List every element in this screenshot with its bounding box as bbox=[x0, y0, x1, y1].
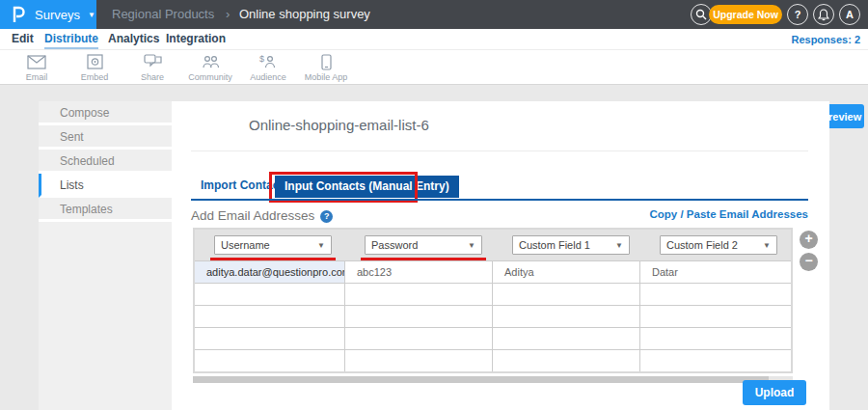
caret-down-icon: ▼ bbox=[615, 237, 623, 255]
password-cell[interactable] bbox=[345, 305, 493, 327]
survey-nav: Edit Distribute Analytics Integration Re… bbox=[0, 29, 868, 50]
password-cell[interactable] bbox=[345, 283, 493, 305]
password-cell[interactable] bbox=[345, 327, 493, 349]
nav-analytics[interactable]: Analytics bbox=[108, 29, 159, 49]
sidebar-item-sent[interactable]: Sent bbox=[39, 125, 172, 150]
copy-paste-email-link[interactable]: Copy / Paste Email Addresses bbox=[650, 208, 808, 220]
help-badge-icon[interactable]: ? bbox=[320, 210, 333, 223]
table-row: aditya.datar@questionpro.com abc123 Adit… bbox=[195, 260, 791, 283]
scrollbar-thumb[interactable] bbox=[193, 376, 769, 383]
caret-down-icon: ▼ bbox=[468, 237, 475, 255]
distribute-toolbar: Email Embed Share Community $ Audience bbox=[0, 50, 868, 85]
toolbar-community[interactable]: Community bbox=[181, 53, 239, 82]
email-cell[interactable]: aditya.datar@questionpro.com bbox=[195, 260, 345, 283]
toolbar-mobile-app[interactable]: Mobile App bbox=[297, 53, 355, 82]
title-divider bbox=[191, 150, 808, 151]
password-select-value: Password bbox=[371, 239, 418, 251]
email-table-header: Username▼ Password▼ Custom Field 1▼ Cust… bbox=[195, 230, 791, 260]
toolbar-share[interactable]: Share bbox=[123, 53, 181, 82]
email-entry-table: Username▼ Password▼ Custom Field 1▼ Cust… bbox=[193, 228, 793, 373]
email-cell[interactable] bbox=[195, 349, 345, 371]
upload-button[interactable]: Upload bbox=[743, 380, 806, 405]
breadcrumb-parent[interactable]: Regional Products bbox=[112, 0, 214, 29]
caret-down-icon: ▼ bbox=[317, 237, 325, 255]
product-name: Surveys bbox=[35, 8, 80, 22]
toolbar-email-label: Email bbox=[26, 72, 48, 82]
upgrade-now-button[interactable]: Upgrade Now bbox=[709, 5, 782, 24]
table-row bbox=[195, 283, 791, 305]
toolbar-share-label: Share bbox=[141, 72, 164, 82]
email-sidebar: Compose Sent Scheduled Lists Templates bbox=[39, 101, 172, 410]
custom-field-2-value: Custom Field 2 bbox=[666, 239, 738, 251]
email-cell[interactable] bbox=[195, 283, 345, 305]
responses-count[interactable]: Responses: 2 bbox=[791, 29, 860, 50]
toolbar-embed-label: Embed bbox=[81, 72, 109, 82]
community-icon bbox=[202, 53, 220, 70]
custom-field-1-value: Custom Field 1 bbox=[519, 239, 590, 251]
notifications-bell-icon[interactable] bbox=[813, 4, 834, 25]
email-list-title: Online-shopping-email-list-6 bbox=[249, 117, 429, 133]
custom1-cell[interactable] bbox=[493, 327, 640, 349]
list-detail-main: Online-shopping-email-list-6 Import Cont… bbox=[172, 101, 829, 410]
remove-row-button[interactable]: − bbox=[800, 253, 818, 271]
sidebar-item-scheduled[interactable]: Scheduled bbox=[39, 150, 172, 174]
account-avatar[interactable]: A bbox=[839, 4, 860, 25]
breadcrumb-current: Online shopping survey bbox=[239, 0, 370, 29]
add-email-addresses-row: Add Email Addresses ? Copy / Paste Email… bbox=[191, 208, 808, 226]
table-row bbox=[195, 327, 791, 349]
custom1-cell[interactable]: Aditya bbox=[493, 260, 640, 283]
questionpro-app: Surveys ▼ Regional Products › Online sho… bbox=[0, 0, 868, 410]
custom-field-2-select[interactable]: Custom Field 2▼ bbox=[660, 235, 777, 255]
sidebar-item-compose[interactable]: Compose bbox=[39, 101, 172, 125]
toolbar-mobile-app-label: Mobile App bbox=[305, 72, 348, 82]
toolbar-email[interactable]: Email bbox=[8, 53, 66, 82]
audience-icon: $ bbox=[258, 53, 278, 70]
email-cell[interactable] bbox=[195, 327, 345, 349]
header-col-username: Username▼ bbox=[195, 230, 345, 260]
share-icon bbox=[144, 53, 162, 70]
custom2-cell[interactable] bbox=[640, 283, 791, 305]
nav-distribute[interactable]: Distribute bbox=[44, 29, 98, 49]
custom2-cell[interactable]: Datar bbox=[640, 260, 791, 283]
toolbar-community-label: Community bbox=[188, 72, 232, 82]
caret-down-icon: ▼ bbox=[763, 237, 771, 255]
custom-field-1-select[interactable]: Custom Field 1▼ bbox=[512, 235, 630, 255]
header-col-custom-field-2: Custom Field 2▼ bbox=[640, 230, 791, 260]
custom1-cell[interactable] bbox=[493, 305, 640, 327]
toolbar-embed[interactable]: Embed bbox=[66, 53, 123, 82]
questionpro-logo-icon bbox=[12, 6, 26, 23]
top-bar: Surveys ▼ Regional Products › Online sho… bbox=[0, 0, 868, 29]
breadcrumb-separator: › bbox=[226, 0, 230, 29]
nav-edit[interactable]: Edit bbox=[12, 29, 34, 49]
header-col-custom-field-1: Custom Field 1▼ bbox=[493, 230, 640, 260]
sidebar-item-lists[interactable]: Lists bbox=[39, 174, 172, 198]
custom2-cell[interactable] bbox=[640, 327, 791, 349]
username-column-select[interactable]: Username▼ bbox=[214, 235, 332, 255]
lists-panel: Compose Sent Scheduled Lists Templates O… bbox=[39, 101, 829, 410]
surveys-menu[interactable]: Surveys ▼ bbox=[0, 0, 96, 29]
custom2-cell[interactable] bbox=[640, 305, 791, 327]
embed-icon bbox=[87, 53, 103, 70]
section-title: Add Email Addresses bbox=[191, 208, 314, 223]
table-row bbox=[195, 305, 791, 327]
password-cell[interactable]: abc123 bbox=[345, 260, 493, 283]
add-row-button[interactable]: + bbox=[800, 231, 818, 249]
header-col-password: Password▼ bbox=[345, 230, 493, 260]
email-cell[interactable] bbox=[195, 305, 345, 327]
toolbar-audience[interactable]: $ Audience bbox=[239, 53, 297, 82]
annotation-red-underline-password bbox=[361, 258, 486, 260]
table-row bbox=[195, 349, 791, 371]
password-cell[interactable] bbox=[345, 349, 493, 371]
chevron-down-icon: ▼ bbox=[88, 11, 95, 19]
sidebar-item-templates[interactable]: Templates bbox=[39, 198, 172, 222]
tab-underline bbox=[191, 199, 808, 201]
horizontal-scrollbar[interactable] bbox=[193, 376, 793, 383]
nav-integration[interactable]: Integration bbox=[166, 29, 226, 49]
svg-text:$: $ bbox=[259, 54, 264, 64]
annotation-red-underline-username bbox=[210, 258, 336, 260]
custom1-cell[interactable] bbox=[493, 349, 640, 371]
password-column-select[interactable]: Password▼ bbox=[365, 235, 482, 255]
custom2-cell[interactable] bbox=[640, 349, 791, 371]
custom1-cell[interactable] bbox=[493, 283, 640, 305]
help-button[interactable]: ? bbox=[787, 4, 808, 25]
